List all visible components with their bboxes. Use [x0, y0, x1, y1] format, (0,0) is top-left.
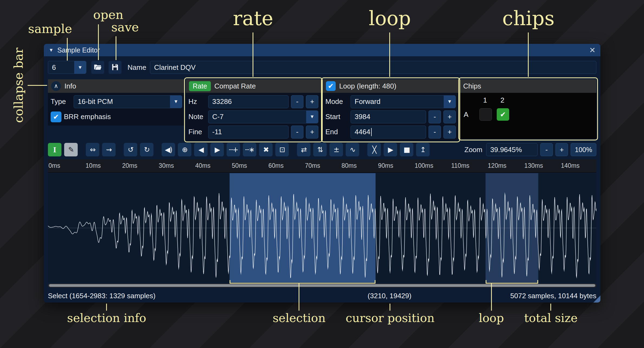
trim-button[interactable]: ⊡: [275, 143, 289, 156]
crossfade-icon: ╳: [372, 146, 376, 153]
sample-number-value: 6: [48, 61, 74, 74]
filter-button[interactable]: ∿: [346, 143, 359, 156]
ruler-label: 0ms: [48, 162, 60, 169]
status-bar: Select (1654-2983: 1329 samples) (3210, …: [48, 290, 596, 302]
titlebar[interactable]: ▼ Sample Editor ✕: [44, 44, 600, 56]
selection-info-text: Select (1654-2983: 1329 samples): [48, 292, 155, 300]
apply-silence-button[interactable]: ┄∗: [243, 143, 256, 156]
invert-button[interactable]: ⇅: [313, 143, 327, 156]
save-button[interactable]: [109, 61, 122, 74]
chevron-down-icon[interactable]: ▼: [74, 61, 86, 74]
annotation-loop-label: loop: [369, 7, 411, 30]
ruler-label: 140ms: [561, 162, 580, 169]
normalize-button[interactable]: ⊕: [178, 143, 191, 156]
floppy-disk-icon: [111, 63, 119, 72]
close-icon[interactable]: ✕: [589, 46, 596, 55]
sample-type-select[interactable]: 16-bit PCM ▼: [74, 95, 182, 108]
sample-number-select[interactable]: 6 ▼: [48, 61, 86, 74]
brr-emphasis-label: BRR emphasis: [64, 113, 111, 121]
delete-icon: ✖: [263, 146, 269, 153]
zoom-value: 39.9645%: [490, 146, 522, 154]
annotation-loop-bracket: [486, 280, 538, 284]
annotation-line: [253, 32, 253, 77]
sign-invert-button[interactable]: ±: [329, 143, 343, 156]
annotation-line: [528, 32, 529, 77]
ruler-label: 80ms: [342, 162, 357, 169]
ruler-label: 50ms: [232, 162, 247, 169]
cursor-position-text: (3210, 19429): [368, 292, 411, 300]
resample-button[interactable]: ⇝: [102, 143, 116, 156]
sample-type-value: 16-bit PCM: [74, 96, 170, 108]
edit-mode-select-button[interactable]: I: [48, 143, 61, 156]
total-size-text: 5072 samples, 10144 bytes: [510, 292, 596, 300]
edit-mode-draw-button[interactable]: ✎: [64, 143, 78, 156]
fade-out-icon: ▶: [215, 146, 220, 153]
waveform-display[interactable]: [48, 173, 596, 283]
name-input[interactable]: Clarinet DQV: [150, 61, 596, 74]
resize-icon: ⇔: [90, 146, 95, 153]
annotation-line: [389, 32, 390, 77]
ruler-label: 100ms: [415, 162, 433, 169]
name-value: Clarinet DQV: [154, 63, 195, 72]
ruler-label: 60ms: [268, 162, 283, 169]
annotation-chips-box: [458, 77, 598, 140]
make-wavetable-button[interactable]: ↥: [416, 143, 430, 156]
brr-emphasis-checkbox[interactable]: ✔: [51, 111, 61, 122]
zoom-reset-button[interactable]: 100%: [571, 143, 596, 156]
reverse-icon: ⇄: [301, 146, 306, 153]
open-button[interactable]: [91, 61, 104, 74]
resize-button[interactable]: ⇔: [86, 143, 99, 156]
ruler-label: 40ms: [195, 162, 210, 169]
waveform-area[interactable]: [48, 173, 596, 283]
zoom-input[interactable]: 39.9645%: [486, 143, 538, 156]
waveform-scrollbar[interactable]: [48, 284, 596, 287]
annotation-save-label: save: [111, 20, 139, 34]
annotation-chips-label: chips: [502, 7, 555, 30]
window-collapse-icon[interactable]: ▼: [49, 47, 54, 53]
redo-icon: ↻: [144, 146, 149, 153]
sign-invert-icon: ±: [334, 146, 339, 153]
chevron-down-icon[interactable]: ▼: [170, 96, 182, 108]
crossfade-button[interactable]: ╳: [367, 143, 381, 156]
ruler-label: 120ms: [488, 162, 506, 169]
scrollbar-thumb[interactable]: [49, 284, 595, 287]
annotation-selection-info-label: selection info: [67, 311, 146, 325]
undo-button[interactable]: ↺: [124, 143, 137, 156]
annotation-cursor-position-label: cursor position: [346, 311, 434, 325]
annotation-line: [116, 36, 116, 60]
preview-button[interactable]: ▶: [384, 143, 397, 156]
zoom-label: Zoom: [465, 146, 482, 154]
annotation-total-size-label: total size: [524, 311, 577, 325]
stop-preview-icon: ■: [404, 146, 410, 153]
zoom-out-button[interactable]: -: [540, 143, 553, 156]
annotation-collapse-bar-label: collapse bar: [11, 48, 26, 123]
annotation-sample-label: sample: [28, 22, 72, 36]
amplify-button[interactable]: ◀): [162, 143, 175, 156]
redo-button[interactable]: ↻: [140, 143, 153, 156]
edit-mode-draw-icon: ✎: [68, 146, 74, 153]
annotation-line: [491, 284, 492, 311]
annotation-rate-label: rate: [233, 7, 273, 30]
reverse-button[interactable]: ⇄: [297, 143, 310, 156]
chevron-up-icon: ∧: [54, 83, 58, 89]
fade-in-button[interactable]: ◀: [194, 143, 208, 156]
annotation-line: [98, 24, 99, 60]
resample-icon: ⇝: [106, 146, 112, 153]
name-label: Name: [128, 63, 146, 72]
folder-open-icon: [94, 63, 102, 72]
delete-button[interactable]: ✖: [259, 143, 273, 156]
fade-out-button[interactable]: ▶: [210, 143, 224, 156]
zoom-in-button[interactable]: +: [555, 143, 568, 156]
annotation-line: [550, 304, 551, 311]
normalize-icon: ⊕: [182, 146, 187, 153]
window-resize-grip[interactable]: [593, 296, 600, 303]
filter-icon: ∿: [350, 146, 355, 153]
sample-toolbar: I✎⇔⇝↺↻◀)⊕◀▶┄+┄∗✖⊡⇄⇅±∿╳▶■↥ Zoom 39.9645% …: [48, 143, 596, 156]
stop-preview-button[interactable]: ■: [400, 143, 413, 156]
annotation-line: [299, 284, 299, 311]
ruler-label: 110ms: [451, 162, 469, 169]
undo-icon: ↺: [128, 146, 133, 153]
collapse-bar-button[interactable]: ∧: [51, 81, 61, 91]
insert-silence-button[interactable]: ┄+: [227, 143, 240, 156]
ruler-label: 130ms: [524, 162, 543, 169]
